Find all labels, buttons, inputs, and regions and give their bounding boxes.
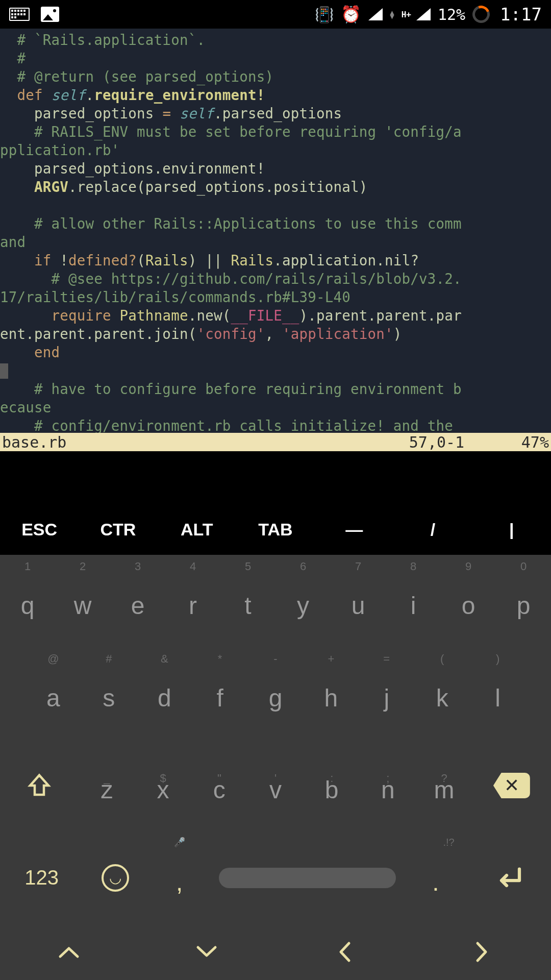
code-token: . — [86, 87, 94, 103]
spacebar-key[interactable] — [211, 868, 404, 888]
key-hint: 1 — [24, 560, 31, 573]
code-token: parsed_options — [0, 105, 162, 121]
key-z[interactable]: _z — [79, 767, 135, 804]
vim-scroll-percent: 47% — [521, 433, 549, 451]
extra-key-pipe[interactable]: | — [472, 520, 551, 540]
key-hint: + — [328, 652, 334, 666]
arrow-right-key[interactable] — [413, 924, 551, 980]
period-label: . — [432, 868, 439, 896]
key-b[interactable]: :b — [304, 767, 360, 804]
key-label: o — [462, 592, 475, 620]
numeric-label: 123 — [24, 866, 59, 889]
code-line: 17/railties/lib/rails/commands.rb#L39-L4… — [0, 289, 350, 305]
code-token: ent.parent.parent.join( — [0, 326, 196, 342]
signal-icon-2 — [416, 8, 431, 20]
extra-key-esc[interactable]: ESC — [0, 520, 79, 540]
enter-icon — [494, 865, 524, 891]
key-a[interactable]: @a — [26, 647, 81, 740]
vibrate-icon: 📳 — [315, 6, 334, 23]
key-hint: : — [330, 772, 333, 785]
key-s[interactable]: #s — [81, 647, 137, 740]
key-k[interactable]: (k — [414, 647, 470, 740]
key-v[interactable]: 'v — [247, 767, 304, 804]
extra-key-dash[interactable]: — — [315, 520, 393, 540]
emoji-key[interactable]: ◡ — [83, 831, 147, 924]
key-d[interactable]: &d — [137, 647, 192, 740]
extra-key-tab[interactable]: TAB — [236, 520, 315, 540]
key-i[interactable]: 8i — [386, 555, 441, 647]
key-q[interactable]: 1q — [0, 555, 55, 647]
key-hint: $ — [160, 772, 166, 785]
key-u[interactable]: 7u — [331, 555, 386, 647]
code-token: .application.nil? — [273, 252, 419, 268]
code-token: Pathname — [111, 307, 188, 324]
enter-key[interactable] — [468, 831, 551, 924]
backspace-icon: ✕ — [493, 773, 530, 798]
soft-keyboard: 1q2w3e4r5t6y7u8i9o0p @a#s&d*f-g+h=j(k)l … — [0, 555, 551, 980]
code-token: .parsed_options — [214, 105, 342, 121]
arrow-left-key[interactable] — [276, 924, 413, 980]
key-label: d — [158, 684, 171, 712]
code-editor[interactable]: # `Rails.application`. # # @return (see … — [0, 29, 551, 433]
code-token: ARGV — [0, 179, 68, 195]
period-hint: .!? — [443, 837, 454, 848]
chevron-up-icon — [57, 944, 81, 960]
key-label: i — [411, 592, 416, 620]
key-p[interactable]: 0p — [496, 555, 551, 647]
code-token: .replace(parsed_options.positional) — [68, 179, 367, 195]
backspace-key[interactable]: ✕ — [472, 740, 551, 832]
code-token: 'application' — [282, 326, 393, 342]
key-w[interactable]: 2w — [55, 555, 110, 647]
key-y[interactable]: 6y — [276, 555, 331, 647]
key-hint: - — [273, 652, 277, 666]
vim-filename: base.rb — [2, 433, 409, 451]
extra-key-alt[interactable]: ALT — [158, 520, 236, 540]
key-n[interactable]: ;n — [360, 767, 416, 804]
key-t[interactable]: 5t — [220, 555, 276, 647]
key-hint: 3 — [135, 560, 141, 573]
battery-percent: 12% — [438, 6, 465, 23]
key-label: g — [269, 684, 283, 712]
key-m[interactable]: ?m — [416, 767, 472, 804]
keyboard-row-3: _z$x"c'v:b;n?m ✕ — [0, 740, 551, 832]
arrow-down-key[interactable] — [138, 924, 276, 980]
numeric-key[interactable]: 123 — [0, 831, 83, 924]
data-arrows-icon: ▲▼ — [390, 10, 394, 18]
extra-key-ctrl[interactable]: CTR — [79, 520, 157, 540]
code-line: parsed_options.environment! — [0, 160, 265, 177]
image-notif-icon — [41, 7, 59, 22]
keyboard-row-1: 1q2w3e4r5t6y7u8i9o0p — [0, 555, 551, 647]
code-line: # config/environment.rb calls initialize… — [0, 418, 462, 433]
code-token: defined? — [68, 252, 137, 268]
key-x[interactable]: $x — [135, 767, 191, 804]
shift-key[interactable] — [0, 740, 79, 832]
key-hint: ) — [496, 652, 499, 666]
key-r[interactable]: 4r — [165, 555, 220, 647]
key-l[interactable]: )l — [470, 647, 525, 740]
key-o[interactable]: 9o — [441, 555, 496, 647]
key-h[interactable]: +h — [303, 647, 359, 740]
key-label: u — [352, 592, 365, 620]
extra-key-slash[interactable]: / — [393, 520, 472, 540]
keyboard-notif-icon — [9, 8, 30, 21]
code-line: ecause — [0, 399, 52, 415]
key-f[interactable]: *f — [192, 647, 248, 740]
comma-key[interactable]: 🎤 , — [147, 831, 212, 924]
key-label: j — [384, 684, 389, 712]
code-token: , — [265, 326, 282, 342]
key-label: l — [495, 684, 500, 712]
key-j[interactable]: =j — [359, 647, 414, 740]
code-token: ! — [52, 252, 69, 268]
key-g[interactable]: -g — [248, 647, 304, 740]
cursor — [0, 363, 8, 379]
key-c[interactable]: "c — [191, 767, 247, 804]
code-token: ).parent.parent.par — [299, 307, 462, 324]
period-key[interactable]: .!? . — [404, 831, 468, 924]
key-e[interactable]: 3e — [110, 555, 165, 647]
key-hint: " — [217, 772, 221, 785]
key-hint: # — [106, 652, 112, 666]
key-label: e — [131, 592, 145, 620]
arrow-up-key[interactable] — [0, 924, 138, 980]
code-token: require_environment! — [94, 87, 265, 103]
key-label: t — [244, 592, 251, 620]
